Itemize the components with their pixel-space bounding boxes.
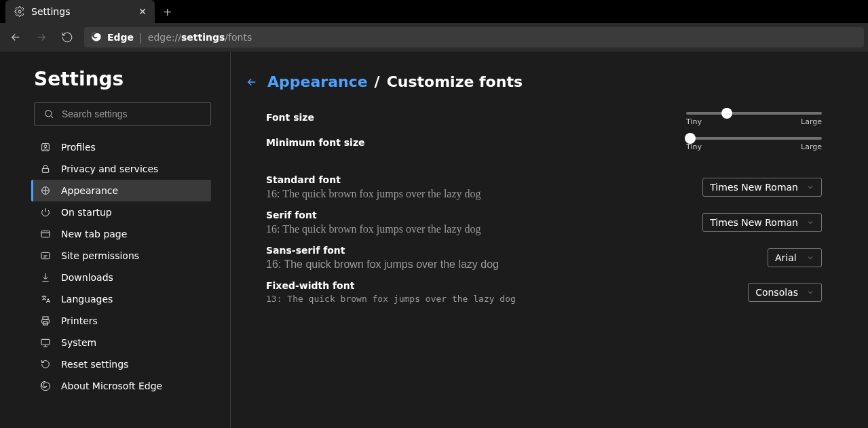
slider-thumb[interactable] <box>685 133 696 144</box>
sidebar-item-appearance[interactable]: Appearance <box>31 180 211 201</box>
breadcrumb: Appearance / Customize fonts <box>246 73 822 90</box>
slider-min-label: Tiny <box>686 117 702 126</box>
min-font-size-label: Minimum font size <box>266 137 680 148</box>
svg-rect-8 <box>43 317 48 319</box>
standard-font-sample: 16: The quick brown fox jumps over the l… <box>266 188 702 200</box>
sidebar-item-about[interactable]: About Microsoft Edge <box>31 375 211 397</box>
sidebar-item-label: About Microsoft Edge <box>61 381 162 391</box>
chevron-down-icon <box>806 288 814 296</box>
refresh-button[interactable] <box>56 26 79 48</box>
breadcrumb-separator: / <box>375 73 380 90</box>
sidebar-nav: Profiles Privacy and services Appearance… <box>31 136 211 397</box>
sidebar-item-permissions[interactable]: Site permissions <box>31 245 211 267</box>
mono-font-dropdown[interactable]: Consolas <box>748 283 822 302</box>
breadcrumb-parent-link[interactable]: Appearance <box>267 73 368 90</box>
font-size-label: Font size <box>266 112 680 123</box>
sidebar-item-startup[interactable]: On startup <box>31 201 211 223</box>
search-input[interactable] <box>62 109 202 119</box>
address-divider: | <box>139 32 143 43</box>
breadcrumb-back-button[interactable] <box>246 76 258 88</box>
app-body: Settings Profiles Privacy and services A… <box>0 52 868 428</box>
sidebar-item-label: Privacy and services <box>61 163 158 174</box>
url-scheme: edge:// <box>148 32 181 43</box>
svg-rect-6 <box>41 231 50 237</box>
chevron-down-icon <box>806 183 814 191</box>
url-path-sub: /fonts <box>225 32 252 43</box>
back-button[interactable] <box>4 26 27 48</box>
slider-min-label: Tiny <box>686 142 702 151</box>
sidebar-item-printers[interactable]: Printers <box>31 310 211 332</box>
browser-tab[interactable]: Settings ✕ <box>5 0 155 23</box>
mono-font-sample: 13: The quick brown fox jumps over the l… <box>266 294 748 304</box>
profile-icon <box>39 141 52 153</box>
sidebar-item-downloads[interactable]: Downloads <box>31 267 211 288</box>
min-font-size-slider[interactable] <box>686 137 822 140</box>
sidebar-item-label: Languages <box>61 294 113 305</box>
serif-font-label: Serif font <box>266 210 702 220</box>
standard-font-row: Standard font 16: The quick brown fox ju… <box>266 174 822 200</box>
search-input-wrapper[interactable] <box>34 102 211 125</box>
sidebar-item-label: Profiles <box>61 142 96 153</box>
search-icon <box>43 108 55 120</box>
permissions-icon <box>39 250 52 262</box>
forward-button[interactable] <box>30 26 53 48</box>
languages-icon <box>39 293 52 305</box>
sidebar-item-label: Appearance <box>61 185 118 196</box>
serif-font-row: Serif font 16: The quick brown fox jumps… <box>266 210 822 235</box>
close-icon[interactable]: ✕ <box>138 6 147 17</box>
sidebar-item-reset[interactable]: Reset settings <box>31 353 211 375</box>
sidebar-item-profiles[interactable]: Profiles <box>31 136 211 158</box>
power-icon <box>39 206 52 218</box>
dropdown-value: Arial <box>775 252 797 263</box>
toolbar: Edge | edge://settings/fonts <box>0 23 868 52</box>
svg-point-1 <box>45 111 52 117</box>
titlebar: Settings ✕ + <box>0 0 868 23</box>
url-path-main: settings <box>181 32 225 43</box>
sans-font-label: Sans-serif font <box>266 245 768 256</box>
sidebar-item-label: Site permissions <box>61 250 139 261</box>
sans-font-sample: 16: The quick brown fox jumps over the l… <box>266 258 768 271</box>
newtab-icon <box>39 228 52 240</box>
min-font-size-row: Minimum font size Tiny Large <box>266 132 822 157</box>
sidebar: Settings Profiles Privacy and services A… <box>0 52 231 428</box>
dropdown-value: Consolas <box>755 287 798 298</box>
serif-font-sample: 16: The quick brown fox jumps over the l… <box>266 223 702 235</box>
address-url: edge://settings/fonts <box>148 32 252 43</box>
lock-icon <box>39 163 52 175</box>
mono-font-row: Fixed-width font 13: The quick brown fox… <box>266 280 822 304</box>
svg-point-3 <box>44 145 47 148</box>
standard-font-dropdown[interactable]: Times New Roman <box>702 178 822 197</box>
system-icon <box>39 336 52 349</box>
breadcrumb-title: Appearance / Customize fonts <box>267 73 523 90</box>
address-bar[interactable]: Edge | edge://settings/fonts <box>84 27 864 47</box>
slider-thumb[interactable] <box>721 108 732 119</box>
sidebar-item-system[interactable]: System <box>31 332 211 353</box>
gear-icon <box>14 5 26 18</box>
edge-logo-icon <box>39 380 52 392</box>
tab-title: Settings <box>31 6 70 17</box>
standard-font-label: Standard font <box>266 174 702 185</box>
address-prefix: Edge <box>107 32 134 43</box>
breadcrumb-current: Customize fonts <box>387 73 523 90</box>
sidebar-item-privacy[interactable]: Privacy and services <box>31 158 211 180</box>
serif-font-dropdown[interactable]: Times New Roman <box>702 213 822 232</box>
edge-icon <box>91 31 102 44</box>
new-tab-button[interactable]: + <box>155 0 180 23</box>
slider-max-label: Large <box>801 142 822 151</box>
sidebar-item-languages[interactable]: Languages <box>31 288 211 310</box>
sidebar-item-newtab[interactable]: New tab page <box>31 223 211 245</box>
sidebar-item-label: Printers <box>61 315 98 326</box>
font-size-slider[interactable] <box>686 112 822 115</box>
chevron-down-icon <box>806 218 814 227</box>
sidebar-item-label: Reset settings <box>61 359 128 370</box>
svg-rect-11 <box>41 339 50 345</box>
chevron-down-icon <box>806 254 814 262</box>
sidebar-item-label: New tab page <box>61 229 127 239</box>
sans-font-dropdown[interactable]: Arial <box>768 248 822 267</box>
slider-max-label: Large <box>801 117 822 126</box>
sans-font-row: Sans-serif font 16: The quick brown fox … <box>266 245 822 271</box>
appearance-icon <box>39 184 52 197</box>
svg-point-0 <box>18 10 21 13</box>
sidebar-item-label: Downloads <box>61 272 113 283</box>
main-content: Appearance / Customize fonts Font size T… <box>231 52 868 428</box>
